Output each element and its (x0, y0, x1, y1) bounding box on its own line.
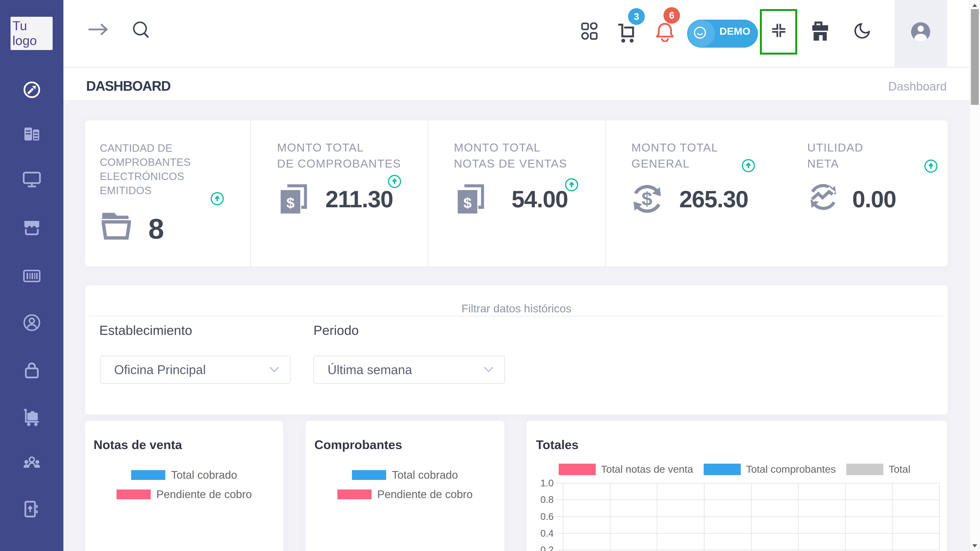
svg-text:$: $ (642, 188, 652, 209)
svg-text:0.6: 0.6 (540, 511, 554, 522)
svg-text:0.2: 0.2 (540, 545, 554, 551)
svg-text:$: $ (463, 194, 472, 211)
svg-text:0.4: 0.4 (540, 528, 554, 538)
svg-text:1.0: 1.0 (540, 478, 554, 488)
svg-text:0.8: 0.8 (540, 494, 554, 505)
svg-text:$: $ (286, 194, 294, 211)
